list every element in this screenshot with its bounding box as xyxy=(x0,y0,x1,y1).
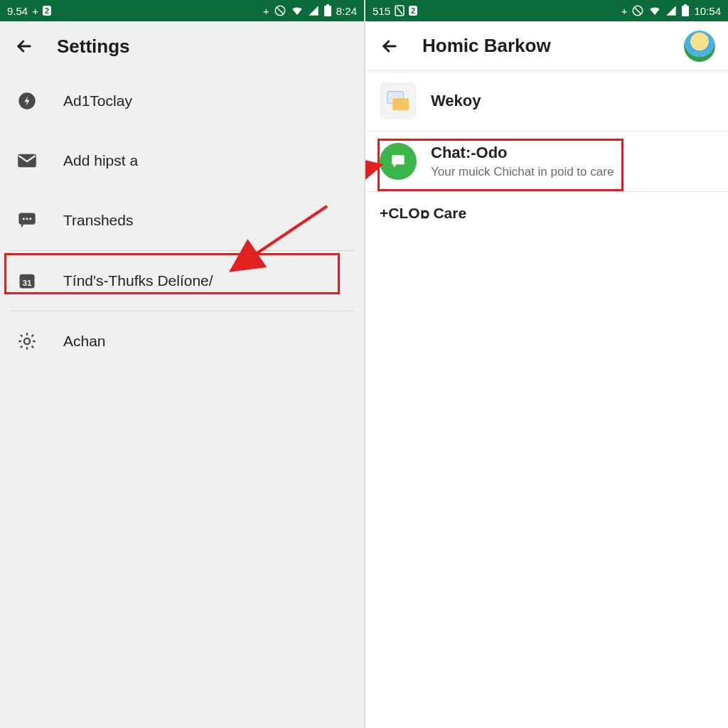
add-care-button[interactable]: +CLOɒ Care xyxy=(365,192,728,235)
svg-text:31: 31 xyxy=(23,278,32,287)
battery-icon xyxy=(323,4,332,17)
back-button[interactable] xyxy=(13,35,36,58)
calendar-icon: 31 xyxy=(16,269,38,292)
settings-list: Ad1Toclay Add hipst a Transheds 31 Tí xyxy=(0,71,364,371)
svg-rect-2 xyxy=(326,4,329,6)
back-button[interactable] xyxy=(378,35,401,58)
add-label: +CLOɒ Care xyxy=(380,205,466,221)
svg-rect-1 xyxy=(324,6,331,16)
svg-point-11 xyxy=(24,338,30,344)
app-thumb-icon xyxy=(380,82,417,119)
status-clock: 8:24 xyxy=(336,5,357,17)
dnd-icon xyxy=(274,4,287,17)
status-left-text: 9.54 xyxy=(7,5,28,17)
svg-point-8 xyxy=(29,218,31,220)
status-badge: 2 xyxy=(43,6,51,16)
status-bar: 515 2 + 10:54 xyxy=(365,0,728,21)
settings-item-today[interactable]: Ad1Toclay xyxy=(0,71,364,131)
settings-item-transheds[interactable]: Transheds xyxy=(0,191,364,250)
page-title: Settings xyxy=(57,36,130,58)
settings-item-label: Achan xyxy=(63,333,106,350)
settings-item-achan[interactable]: Achan xyxy=(0,311,364,371)
status-left-text: 515 xyxy=(373,5,390,17)
app-bar: Homic Barkow xyxy=(365,21,728,71)
avatar[interactable] xyxy=(684,31,715,62)
svg-rect-16 xyxy=(684,4,687,6)
nosim-icon xyxy=(395,5,405,16)
list-item-wekoy[interactable]: Wekoy xyxy=(365,71,728,132)
battery-icon xyxy=(681,4,690,17)
status-bar: 9.54 + 2 + 8:24 xyxy=(0,0,364,21)
wifi-icon xyxy=(291,4,304,17)
screenshot-left: 9.54 + 2 + 8:24 xyxy=(0,0,364,728)
list-item-title: Wekoy xyxy=(431,92,481,110)
settings-item-add[interactable]: Add hipst a xyxy=(0,131,364,191)
list-item-title: Chat:-Odo xyxy=(431,144,614,162)
plus-icon: + xyxy=(621,5,628,17)
chat-bubble-icon xyxy=(380,143,417,180)
list-item-chat-odo[interactable]: Chat:-Odo Your muick Chichat in poid to … xyxy=(365,132,728,192)
svg-point-6 xyxy=(23,218,25,220)
screenshot-right: 515 2 + 10:54 xyxy=(364,0,728,728)
svg-rect-18 xyxy=(392,98,409,110)
plus-icon: + xyxy=(32,5,38,17)
svg-point-7 xyxy=(26,218,28,220)
gear-icon xyxy=(16,330,38,353)
bolt-icon xyxy=(16,90,38,112)
mail-icon xyxy=(16,149,38,172)
status-clock: 10:54 xyxy=(694,5,721,17)
svg-rect-15 xyxy=(682,6,689,16)
chat-list: Wekoy Chat:-Odo Your muick Chichat in po… xyxy=(365,71,728,235)
settings-item-label: Tínd's-Thufks Delíone/ xyxy=(63,272,213,289)
settings-item-label: Ad1Toclay xyxy=(63,92,132,109)
status-badge: 2 xyxy=(409,6,417,16)
settings-item-label: Add hipst a xyxy=(63,152,138,169)
settings-item-thurks[interactable]: 31 Tínd's-Thufks Delíone/ xyxy=(0,251,364,311)
chat-icon xyxy=(16,209,38,232)
dnd-icon xyxy=(631,4,644,17)
settings-item-label: Transheds xyxy=(63,212,133,229)
wifi-icon xyxy=(648,4,661,17)
signal-icon xyxy=(665,5,677,16)
plus-icon: + xyxy=(263,5,269,17)
signal-icon xyxy=(308,5,319,16)
list-item-subtitle: Your muick Chichat in poid to care xyxy=(431,165,614,179)
page-title: Homic Barkow xyxy=(422,35,551,57)
app-bar: Settings xyxy=(0,21,364,71)
